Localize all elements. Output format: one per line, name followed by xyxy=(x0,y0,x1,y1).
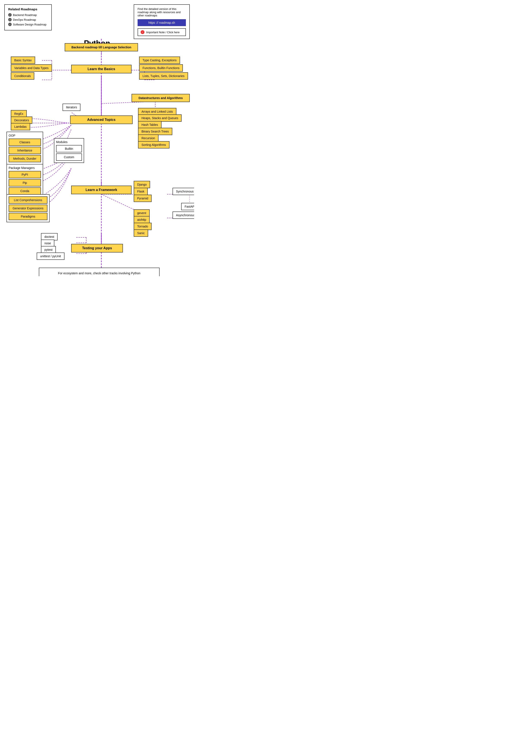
nose-label: nose xyxy=(41,240,54,247)
asynchronous-node: Asynchronous xyxy=(172,211,194,219)
learn-framework-node: Learn a Framework xyxy=(71,186,132,194)
inheritance-label: Inheritance xyxy=(9,147,41,154)
synchronous-node: Synchronous xyxy=(172,188,194,195)
unittest-node: unittest / pyUnit xyxy=(37,253,64,260)
check-icon-backend: ✓ xyxy=(8,13,12,16)
sorting-node: Sorting Algorithms xyxy=(138,141,169,148)
conditionals-node: Conditionals xyxy=(11,72,34,80)
tornado-label: Tornado xyxy=(134,223,152,230)
aiohttp-label: aiohttp xyxy=(134,216,150,223)
lists-label: Lists, Tuples, Sets, Dictionaries xyxy=(139,72,188,80)
ds-algo-node: Datastructures and Algorithms xyxy=(132,94,190,102)
recursion-node: Recursion xyxy=(138,134,159,142)
svg-line-30 xyxy=(101,194,138,211)
builtin-label: Builtin xyxy=(56,145,82,152)
red-check-icon: ✓ xyxy=(140,30,144,34)
pytest-label: pytest xyxy=(41,246,56,253)
unittest-label: unittest / pyUnit xyxy=(37,253,64,260)
modules-group: Modules Builtin Custom xyxy=(54,138,84,163)
heaps-label: Heaps, Stacks and Queues xyxy=(138,114,182,122)
pip-label: Pip xyxy=(9,179,41,186)
bottom-text: For ecosystem and more, check other trac… xyxy=(43,272,156,275)
hash-tables-label: Hash Tables xyxy=(138,121,162,128)
related-item-backend[interactable]: ✓ Backend Roadmap xyxy=(8,13,48,16)
aiohttp-node: aiohttp xyxy=(134,216,150,223)
related-item-software-design[interactable]: ✓ Software Design Roadmap xyxy=(8,23,48,26)
variables-label: Variables and Data Types xyxy=(11,64,52,72)
misc-group: List Comprehensions Generator Expression… xyxy=(7,194,50,222)
functions-label: Functions, Builtin Functions xyxy=(139,64,183,72)
url-button[interactable]: https :// roadmap.sh xyxy=(138,19,186,26)
pyramid-node: Pyramid xyxy=(134,195,152,202)
gevent-node: gevent xyxy=(134,209,150,217)
nose-node: nose xyxy=(41,240,54,247)
info-description: Find the detailed version of this roadma… xyxy=(138,7,186,17)
django-node: Django xyxy=(134,181,150,188)
check-icon-software-design: ✓ xyxy=(8,23,12,26)
lambdas-label: Lambdas xyxy=(11,123,30,130)
gen-expr-label: Generator Expressions xyxy=(9,204,47,212)
bst-node: Binary Search Trees xyxy=(138,128,172,135)
regex-label: RegEx xyxy=(11,110,27,118)
lists-node: Lists, Tuples, Sets, Dictionaries xyxy=(139,72,188,80)
conda-label: Conda xyxy=(9,187,41,195)
sanic-label: Sanic xyxy=(134,230,148,237)
django-label: Django xyxy=(134,181,150,188)
list-comp-label: List Comprehensions xyxy=(9,196,47,204)
pyramid-label: Pyramid xyxy=(134,195,152,202)
testing-node: Testing your Apps xyxy=(71,244,123,253)
main-content: Python xyxy=(4,39,190,48)
functions-node: Functions, Builtin Functions xyxy=(139,64,183,72)
variables-node: Variables and Data Types xyxy=(11,64,52,72)
custom-label: Custom xyxy=(56,153,82,161)
doctest-node: doctest xyxy=(41,233,58,240)
bst-label: Binary Search Trees xyxy=(138,128,172,135)
pkg-managers-title: Package Managers xyxy=(9,166,41,170)
type-casting-label: Type Casting, Exceptions xyxy=(139,57,180,64)
oop-group: OOP Classes Inheritance Methods, Dunder xyxy=(7,132,43,164)
oop-label: OOP xyxy=(9,134,41,137)
related-roadmaps-title: Related Roadmaps xyxy=(8,7,48,11)
iterators-node: Iterators xyxy=(63,104,80,111)
basic-syntax-label: Basic Syntax xyxy=(11,57,35,64)
tornado-node: Tornado xyxy=(134,223,152,230)
synchronous-label: Synchronous xyxy=(172,188,194,195)
asynchronous-label: Asynchronous xyxy=(172,211,194,219)
type-casting-node: Type Casting, Exceptions xyxy=(139,57,180,64)
note-button[interactable]: ✓ Important Note / Click here xyxy=(138,28,186,36)
heaps-node: Heaps, Stacks and Queues xyxy=(138,114,182,122)
fastapi-node: FastAPI xyxy=(181,203,194,210)
recursion-label: Recursion xyxy=(138,134,159,142)
arrays-label: Arrays and Linked Lists xyxy=(138,108,176,115)
basic-syntax-node: Basic Syntax xyxy=(11,57,35,64)
paradigms-label: Paradigms xyxy=(9,213,47,220)
advanced-topics-node: Advanced Topics xyxy=(70,116,133,124)
pypi-label: PyPI xyxy=(9,171,41,178)
flask-label: Flask xyxy=(134,188,148,195)
advanced-topics-label: Advanced Topics xyxy=(70,116,133,124)
sorting-label: Sorting Algorithms xyxy=(138,141,169,148)
pytest-node: pytest xyxy=(41,246,56,253)
classes-label: Classes xyxy=(9,139,41,146)
lambdas-node: Lambdas xyxy=(11,123,30,130)
check-icon-devops: ✓ xyxy=(8,18,12,21)
bottom-box: For ecosystem and more, check other trac… xyxy=(39,268,160,276)
learn-basics-node: Learn the Basics xyxy=(71,65,132,73)
top-node-label: Backend roadmap till Language Selection xyxy=(65,43,138,51)
regex-node: RegEx xyxy=(11,110,27,118)
testing-label: Testing your Apps xyxy=(71,244,123,253)
info-box: Find the detailed version of this roadma… xyxy=(134,4,190,39)
conditionals-label: Conditionals xyxy=(11,72,34,80)
arrays-node: Arrays and Linked Lists xyxy=(138,108,176,115)
top-node: Backend roadmap till Language Selection xyxy=(65,43,138,51)
pkg-managers-group: Package Managers PyPI Pip Conda xyxy=(7,164,43,197)
related-item-devops[interactable]: ✓ DevOps Roadmap xyxy=(8,18,48,21)
learn-basics-label: Learn the Basics xyxy=(71,65,132,73)
fastapi-label: FastAPI xyxy=(181,203,194,210)
related-roadmaps-box: Related Roadmaps ✓ Backend Roadmap ✓ Dev… xyxy=(4,4,52,30)
modules-title: Modules xyxy=(56,140,82,144)
hash-tables-node: Hash Tables xyxy=(138,121,162,128)
decorators-label: Decorators xyxy=(11,117,32,124)
ds-algo-label: Datastructures and Algorithms xyxy=(132,94,190,102)
gevent-label: gevent xyxy=(134,209,150,217)
